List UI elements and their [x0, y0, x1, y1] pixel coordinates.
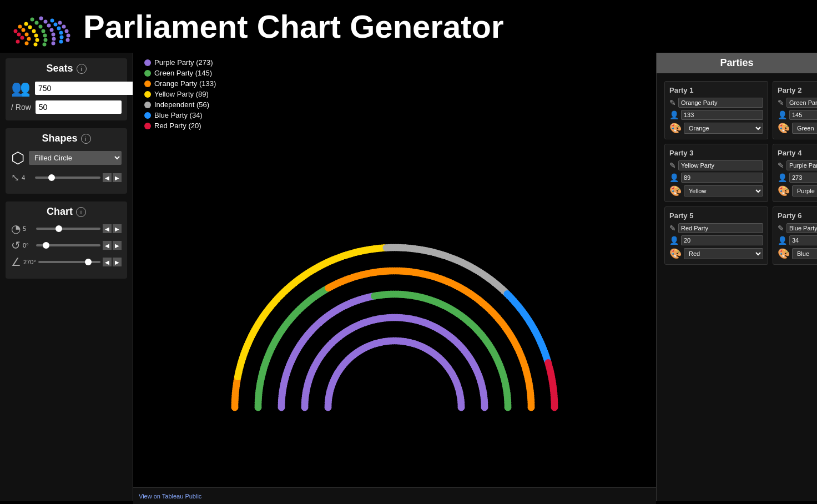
svg-point-38	[62, 25, 66, 29]
svg-point-10	[36, 38, 39, 42]
party-4-count-input[interactable]	[789, 173, 817, 183]
party-1-count-input[interactable]	[681, 110, 763, 120]
party-card-5: Party 5 ✎ 👤 🎨 Red	[664, 206, 768, 265]
page-title: Parliament Chart Generator	[83, 8, 503, 45]
party-card-1: Party 1 ✎ 👤 🎨 Orange	[664, 81, 768, 139]
legend-label-blue: Blue Party (34)	[154, 111, 203, 119]
party-5-color-icon: 🎨	[669, 248, 682, 260]
party-2-color-select[interactable]: Green	[792, 123, 817, 134]
party-2-count-input[interactable]	[789, 110, 817, 120]
svg-point-12	[32, 29, 36, 33]
chart-info-icon[interactable]: i	[76, 207, 86, 217]
svg-point-0	[16, 40, 20, 44]
rotation-icon: ↺	[11, 239, 21, 252]
party-3-person-icon: 👤	[669, 173, 679, 182]
party-4-name-input[interactable]	[786, 160, 817, 170]
svg-point-30	[60, 36, 64, 39]
svg-point-13	[28, 26, 32, 29]
parties-header: Parties	[657, 53, 817, 73]
size-value: 4	[22, 174, 33, 181]
svg-point-9	[34, 43, 38, 47]
shapes-info-icon[interactable]: i	[81, 134, 91, 144]
legend-label-green: Green Party (145)	[154, 69, 212, 77]
size-slider-row: ⤡ 4 ◀ ▶	[11, 172, 122, 184]
party-3-count-input[interactable]	[681, 173, 763, 183]
party-6-edit-icon: ✎	[778, 224, 784, 233]
svg-point-35	[66, 38, 70, 42]
logo-icon	[11, 6, 72, 47]
svg-point-24	[52, 33, 56, 37]
rows-slider	[36, 223, 100, 234]
party-6-color-select[interactable]: Blue	[792, 248, 817, 259]
party-2-name-input[interactable]	[786, 98, 817, 108]
party-3-label: Party 3	[669, 149, 763, 157]
party-5-edit-icon: ✎	[669, 224, 676, 233]
legend-item-independent: Independent (56)	[144, 100, 216, 109]
rotation-decrease-button[interactable]: ◀	[103, 241, 112, 250]
svg-point-5	[27, 37, 31, 41]
footer-link[interactable]: View on Tableau Public	[139, 493, 201, 500]
svg-point-127	[458, 404, 465, 411]
svg-point-8	[18, 25, 22, 29]
svg-point-246	[481, 404, 488, 411]
rows-increase-button[interactable]: ▶	[113, 224, 122, 233]
footer-bar: View on Tableau Public	[133, 487, 656, 504]
svg-point-2	[17, 33, 21, 37]
party-5-color-select[interactable]: Red	[684, 248, 763, 259]
rotation-increase-button[interactable]: ▶	[113, 241, 122, 250]
angle-slider	[38, 256, 100, 268]
svg-point-16	[44, 38, 48, 42]
party-1-label: Party 1	[669, 86, 763, 94]
rotation-slider	[36, 240, 100, 251]
party-5-label: Party 5	[669, 211, 763, 220]
party-1-name-input[interactable]	[678, 98, 763, 108]
legend-dot-green	[144, 70, 151, 77]
rows-decrease-button[interactable]: ◀	[103, 224, 112, 233]
svg-point-28	[39, 17, 43, 21]
svg-point-18	[42, 29, 46, 33]
rows-slider-thumb[interactable]	[56, 225, 62, 232]
legend-label-yellow: Yellow Party (89)	[154, 90, 209, 98]
party-3-edit-icon: ✎	[669, 161, 676, 170]
angle-slider-thumb[interactable]	[85, 259, 92, 265]
angle-increase-button[interactable]: ▶	[113, 258, 122, 266]
row-value-input[interactable]	[36, 100, 122, 114]
parties-grid: Party 1 ✎ 👤 🎨 Orange Party 2	[657, 73, 817, 273]
chart-section: Chart i ◔ 5 ◀ ▶ ↺ 0°	[6, 201, 127, 279]
party-6-name-input[interactable]	[786, 223, 817, 233]
rotation-slider-row: ↺ 0° ◀ ▶	[11, 239, 122, 252]
angle-value: 270°	[23, 259, 36, 265]
svg-point-17	[43, 34, 47, 38]
legend-dot-orange	[144, 80, 151, 87]
parliament-svg	[167, 135, 622, 446]
party-4-color-select[interactable]: Purple	[792, 185, 817, 196]
party-5-name-input[interactable]	[678, 223, 763, 233]
party-6-count-input[interactable]	[789, 235, 817, 245]
svg-point-20	[35, 21, 39, 25]
svg-point-36	[67, 34, 70, 38]
party-4-label: Party 4	[778, 149, 817, 157]
seats-info-icon[interactable]: i	[77, 64, 87, 74]
resize-icon: ⤡	[11, 172, 19, 184]
shape-type-select[interactable]: Filled Circle Empty Circle Person	[29, 151, 122, 165]
angle-icon: ∠	[11, 255, 21, 269]
legend-item-yellow: Yellow Party (89)	[144, 90, 216, 98]
size-slider-thumb[interactable]	[48, 174, 55, 181]
party-3-color-select[interactable]: Yellow	[684, 185, 763, 196]
svg-point-22	[52, 42, 56, 46]
total-seats-input[interactable]	[35, 82, 133, 95]
party-card-2: Party 2 ✎ 👤 🎨 Green	[773, 81, 817, 139]
party-5-count-input[interactable]	[681, 235, 763, 245]
left-panel: Seats i 👥 / Row Shapes i ⬡ Filled Circle	[0, 53, 133, 501]
rows-slider-row: ◔ 5 ◀ ▶	[11, 222, 122, 235]
party-card-3: Party 3 ✎ 👤 🎨 Yellow	[664, 144, 768, 202]
size-decrease-button[interactable]: ◀	[103, 173, 112, 182]
svg-point-33	[54, 23, 58, 27]
size-increase-button[interactable]: ▶	[113, 173, 122, 182]
party-1-color-select[interactable]: Orange	[684, 123, 763, 134]
party-3-name-input[interactable]	[678, 160, 763, 170]
rotation-slider-thumb[interactable]	[43, 242, 49, 249]
svg-point-31	[59, 31, 63, 35]
party-5-person-icon: 👤	[669, 236, 679, 245]
angle-decrease-button[interactable]: ◀	[103, 258, 112, 266]
